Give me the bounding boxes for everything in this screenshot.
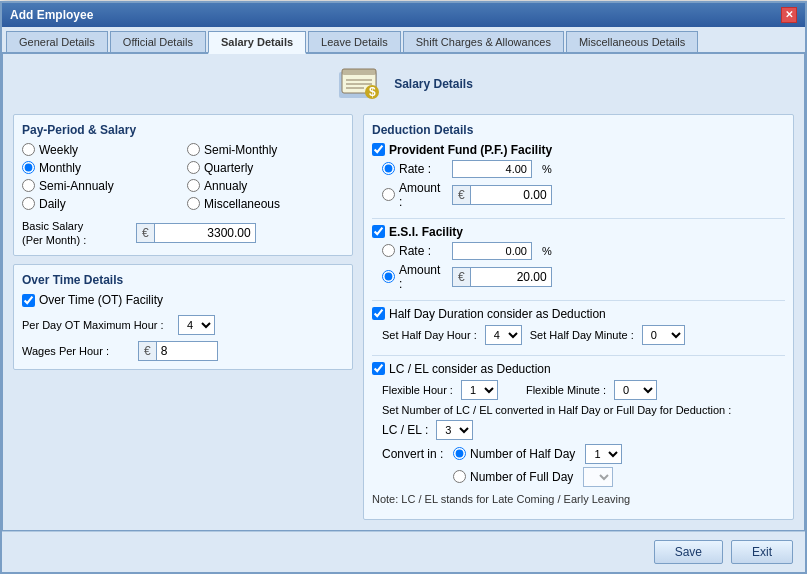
pf-amount-radio[interactable]: Amount : [382, 181, 442, 209]
main-window: Add Employee ✕ General Details Official … [0, 1, 807, 574]
tab-general[interactable]: General Details [6, 31, 108, 52]
esi-rate-input[interactable] [452, 242, 532, 260]
right-column: Deduction Details Provident Fund (P.F.) … [363, 114, 794, 520]
flex-hour-select[interactable]: 1 2 3 [461, 380, 498, 400]
esi-checkbox[interactable]: E.S.I. Facility [372, 225, 785, 239]
radio-miscellaneous-input[interactable] [187, 197, 200, 210]
pay-period-title: Pay-Period & Salary [22, 123, 344, 137]
pf-amount-wrapper: € [452, 185, 552, 205]
radio-daily-input[interactable] [22, 197, 35, 210]
half-day-count-select[interactable]: 1 2 3 [585, 444, 622, 464]
per-day-row: Per Day OT Maximum Hour : 4 1 2 3 5 [22, 315, 344, 335]
tab-leave[interactable]: Leave Details [308, 31, 401, 52]
note-text: Note: LC / EL stands for Late Coming / E… [372, 493, 785, 505]
radio-annually-input[interactable] [187, 179, 200, 192]
exit-button[interactable]: Exit [731, 540, 793, 564]
esi-rate-label: Rate : [399, 244, 431, 258]
page-title: Salary Details [394, 77, 473, 91]
radio-annually[interactable]: Annualy [187, 179, 344, 193]
pf-rate-input[interactable] [452, 160, 532, 178]
tab-salary[interactable]: Salary Details [208, 31, 306, 54]
lc-el-select[interactable]: 3 1 2 4 [436, 420, 473, 440]
tab-official[interactable]: Official Details [110, 31, 206, 52]
tab-misc[interactable]: Miscellaneous Details [566, 31, 698, 52]
half-day-dropdowns: Set Half Day Hour : 4 1 2 3 Set Half Day… [382, 325, 785, 345]
basic-salary-input[interactable] [155, 224, 255, 242]
radio-semi-annually-input[interactable] [22, 179, 35, 192]
pf-amount-currency: € [453, 186, 471, 204]
radio-quarterly-label: Quarterly [204, 161, 253, 175]
half-day-radio[interactable]: Number of Half Day [453, 447, 575, 461]
per-day-select[interactable]: 4 1 2 3 5 [178, 315, 215, 335]
half-day-checkbox-input[interactable] [372, 307, 385, 320]
tab-bar: General Details Official Details Salary … [2, 27, 805, 54]
wages-row: Wages Per Hour : € [22, 341, 344, 361]
radio-semi-monthly[interactable]: Semi-Monthly [187, 143, 344, 157]
radio-daily[interactable]: Daily [22, 197, 179, 211]
lc-el-field-label: LC / EL : [382, 423, 428, 437]
radio-weekly-input[interactable] [22, 143, 35, 156]
pf-amount-label: Amount : [399, 181, 442, 209]
pf-rate-radio[interactable]: Rate : [382, 162, 442, 176]
radio-monthly[interactable]: Monthly [22, 161, 179, 175]
full-day-radio-input[interactable] [453, 470, 466, 483]
close-button[interactable]: ✕ [781, 7, 797, 23]
radio-weekly[interactable]: Weekly [22, 143, 179, 157]
pf-amount-row: Amount : € [382, 181, 785, 209]
main-content: $ Salary Details Pay-Period & Salary Wee… [2, 54, 805, 531]
ot-facility-label: Over Time (OT) Facility [39, 293, 163, 307]
pf-checkbox[interactable]: Provident Fund (P.F.) Facility [372, 143, 785, 157]
flex-hour-label: Flexible Hour : [382, 384, 453, 396]
half-day-radio-input[interactable] [453, 447, 466, 460]
radio-weekly-label: Weekly [39, 143, 78, 157]
svg-rect-2 [342, 69, 376, 75]
pf-checkbox-input[interactable] [372, 143, 385, 156]
esi-rate-row: Rate : % [382, 242, 785, 260]
pf-rate-label: Rate : [399, 162, 431, 176]
pf-rate-row: Rate : % [382, 160, 785, 178]
lc-el-label: LC / EL consider as Deduction [389, 362, 551, 376]
half-day-checkbox[interactable]: Half Day Duration consider as Deduction [372, 307, 785, 321]
radio-quarterly[interactable]: Quarterly [187, 161, 344, 175]
wages-input-wrapper: € [138, 341, 218, 361]
full-day-radio[interactable]: Number of Full Day [453, 470, 573, 484]
radio-annually-label: Annualy [204, 179, 247, 193]
esi-rate-radio[interactable]: Rate : [382, 244, 442, 258]
page-header: $ Salary Details [13, 64, 794, 104]
esi-checkbox-input[interactable] [372, 225, 385, 238]
deduction-title: Deduction Details [372, 123, 785, 137]
wages-input[interactable] [157, 342, 217, 360]
full-day-count-select[interactable] [583, 467, 613, 487]
radio-semi-monthly-input[interactable] [187, 143, 200, 156]
esi-amount-radio[interactable]: Amount : [382, 263, 442, 291]
radio-monthly-input[interactable] [22, 161, 35, 174]
save-button[interactable]: Save [654, 540, 723, 564]
ot-facility-input[interactable] [22, 294, 35, 307]
basic-salary-currency: € [137, 224, 155, 242]
pf-amount-radio-input[interactable] [382, 188, 395, 201]
esi-amount-input[interactable] [471, 268, 551, 286]
lc-el-checkbox[interactable]: LC / EL consider as Deduction [372, 362, 785, 376]
esi-rate-unit: % [542, 245, 552, 257]
flex-minute-select[interactable]: 0 15 30 [614, 380, 657, 400]
half-day-minute-select[interactable]: 0 15 30 45 [642, 325, 685, 345]
esi-rate-radio-input[interactable] [382, 244, 395, 257]
half-day-hour-select[interactable]: 4 1 2 3 [485, 325, 522, 345]
lc-el-checkbox-input[interactable] [372, 362, 385, 375]
pf-amount-input[interactable] [471, 186, 551, 204]
wages-label: Wages Per Hour : [22, 345, 132, 357]
radio-semi-annually[interactable]: Semi-Annualy [22, 179, 179, 193]
pf-rate-radio-input[interactable] [382, 162, 395, 175]
pf-section: Provident Fund (P.F.) Facility Rate : % [372, 143, 785, 219]
salary-icon: $ [334, 64, 384, 104]
lc-el-section: LC / EL consider as Deduction Flexible H… [372, 362, 785, 511]
ot-facility-checkbox[interactable]: Over Time (OT) Facility [22, 293, 344, 307]
wages-currency: € [139, 342, 157, 360]
radio-quarterly-input[interactable] [187, 161, 200, 174]
convert-half-day-row: Convert in : Number of Half Day 1 2 3 [382, 444, 785, 464]
per-day-label: Per Day OT Maximum Hour : [22, 319, 172, 331]
radio-miscellaneous[interactable]: Miscellaneous [187, 197, 344, 211]
left-column: Pay-Period & Salary Weekly Semi-Monthly [13, 114, 353, 520]
tab-shift[interactable]: Shift Charges & Allowances [403, 31, 564, 52]
esi-amount-radio-input[interactable] [382, 270, 395, 283]
